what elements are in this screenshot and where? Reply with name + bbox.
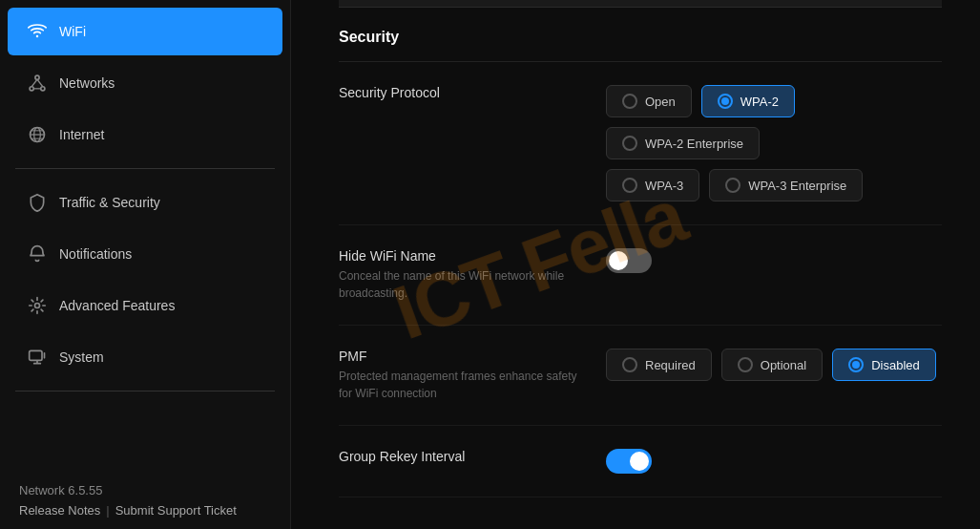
radio-circle-wpa3e xyxy=(725,178,740,193)
svg-point-2 xyxy=(30,87,33,91)
pmf-radio-disabled[interactable]: Disabled xyxy=(832,349,936,381)
svg-point-1 xyxy=(35,75,39,79)
bell-icon xyxy=(27,243,48,264)
hide-wifi-desc: Conceal the name of this WiFi network wh… xyxy=(339,267,587,302)
pmf-circle-optional xyxy=(738,357,753,372)
radio-wpa2e-label: WPA-2 Enterprise xyxy=(645,137,743,151)
hide-wifi-label-col: Hide WiFi Name Conceal the name of this … xyxy=(339,248,587,302)
sidebar-divider-2 xyxy=(15,391,275,391)
group-rekey-row: Group Rekey Interval xyxy=(339,426,942,497)
security-protocol-row: Security Protocol Open WPA-2 WPA-2 Enter… xyxy=(339,62,942,225)
sidebar: WiFi Networks Internet xyxy=(0,0,291,529)
svg-line-5 xyxy=(37,79,43,87)
sidebar-item-notifications[interactable]: Notifications xyxy=(8,230,282,278)
pmf-optional-label: Optional xyxy=(761,358,806,372)
radio-open[interactable]: Open xyxy=(606,85,692,117)
svg-rect-16 xyxy=(44,352,46,359)
svg-point-0 xyxy=(36,35,39,38)
radio-circle-open xyxy=(622,94,637,109)
svg-point-12 xyxy=(35,304,40,308)
footer-links: Release Notes | Submit Support Ticket xyxy=(19,503,271,518)
pmf-radio-required[interactable]: Required xyxy=(606,349,712,381)
hide-wifi-row: Hide WiFi Name Conceal the name of this … xyxy=(339,225,942,326)
radio-wpa2[interactable]: WPA-2 xyxy=(701,85,795,117)
svg-point-3 xyxy=(41,87,45,91)
radio-open-label: Open xyxy=(645,95,676,109)
sidebar-item-networks[interactable]: Networks xyxy=(8,59,282,107)
sidebar-item-traffic-label: Traffic & Security xyxy=(59,195,160,210)
main-content: Security Security Protocol Open WPA-2 xyxy=(291,0,980,529)
sidebar-item-networks-label: Networks xyxy=(59,75,115,91)
section-title: Security xyxy=(339,8,942,62)
security-protocol-label: Security Protocol xyxy=(339,85,587,100)
pmf-row: PMF Protected management frames enhance … xyxy=(339,326,942,426)
sidebar-item-system[interactable]: System xyxy=(8,333,282,381)
group-rekey-label-col: Group Rekey Interval xyxy=(339,449,587,468)
system-icon xyxy=(27,347,48,368)
svg-line-4 xyxy=(31,79,37,87)
version-text: Network 6.5.55 xyxy=(19,483,271,497)
radio-wpa3-enterprise[interactable]: WPA-3 Enterprise xyxy=(709,169,863,201)
link-separator: | xyxy=(106,503,109,518)
radio-wpa3[interactable]: WPA-3 xyxy=(606,169,699,201)
sidebar-item-advanced-label: Advanced Features xyxy=(59,298,175,313)
pmf-circle-disabled xyxy=(848,357,864,372)
security-protocol-row1: Open WPA-2 WPA-2 Enterprise xyxy=(606,85,942,159)
group-rekey-toggle[interactable] xyxy=(606,449,652,474)
sidebar-item-advanced[interactable]: Advanced Features xyxy=(8,282,282,329)
sidebar-item-notifications-label: Notifications xyxy=(59,246,132,262)
pmf-radio-optional[interactable]: Optional xyxy=(721,349,823,381)
pmf-label-col: PMF Protected management frames enhance … xyxy=(339,349,587,402)
pmf-desc: Protected management frames enhance safe… xyxy=(339,368,587,402)
group-rekey-control xyxy=(606,449,942,474)
sidebar-item-internet-label: Internet xyxy=(59,127,104,142)
top-stub xyxy=(339,0,942,8)
radio-circle-wpa3 xyxy=(622,178,637,193)
security-protocol-row2: WPA-3 WPA-3 Enterprise xyxy=(606,169,942,201)
sidebar-item-wifi-label: WiFi xyxy=(59,24,86,39)
networks-icon xyxy=(27,73,48,94)
release-notes-link[interactable]: Release Notes xyxy=(19,503,100,518)
radio-wpa3-label: WPA-3 xyxy=(645,179,683,193)
radio-wpa2-label: WPA-2 xyxy=(740,95,779,109)
svg-rect-13 xyxy=(30,350,42,360)
sidebar-item-wifi[interactable]: WiFi xyxy=(8,8,282,55)
pmf-label: PMF xyxy=(339,349,587,364)
pmf-control: Required Optional Disabled xyxy=(606,349,942,381)
sidebar-item-system-label: System xyxy=(59,349,104,365)
hide-wifi-toggle[interactable] xyxy=(606,248,652,273)
support-ticket-link[interactable]: Submit Support Ticket xyxy=(115,503,237,518)
sidebar-footer: Network 6.5.55 Release Notes | Submit Su… xyxy=(0,468,290,529)
security-protocol-control: Open WPA-2 WPA-2 Enterprise WPA-3 xyxy=(606,85,942,201)
advanced-icon xyxy=(27,295,48,316)
internet-icon xyxy=(27,124,48,145)
shield-icon xyxy=(27,192,48,213)
radio-circle-wpa2 xyxy=(718,94,733,109)
security-protocol-label-col: Security Protocol xyxy=(339,85,587,104)
hide-wifi-label: Hide WiFi Name xyxy=(339,248,587,264)
radio-wpa3e-label: WPA-3 Enterprise xyxy=(748,179,846,193)
group-rekey-label: Group Rekey Interval xyxy=(339,449,587,464)
sidebar-divider-1 xyxy=(15,168,275,169)
radio-wpa2-enterprise[interactable]: WPA-2 Enterprise xyxy=(606,127,760,159)
radio-circle-wpa2e xyxy=(622,136,637,151)
wifi-icon xyxy=(27,21,48,42)
pmf-required-label: Required xyxy=(645,358,696,372)
pmf-options-row: Required Optional Disabled xyxy=(606,349,942,381)
hide-wifi-control xyxy=(606,248,942,273)
sidebar-item-internet[interactable]: Internet xyxy=(8,111,282,159)
pmf-circle-required xyxy=(622,357,637,372)
pmf-disabled-label: Disabled xyxy=(871,358,920,372)
sidebar-item-traffic-security[interactable]: Traffic & Security xyxy=(8,179,282,226)
